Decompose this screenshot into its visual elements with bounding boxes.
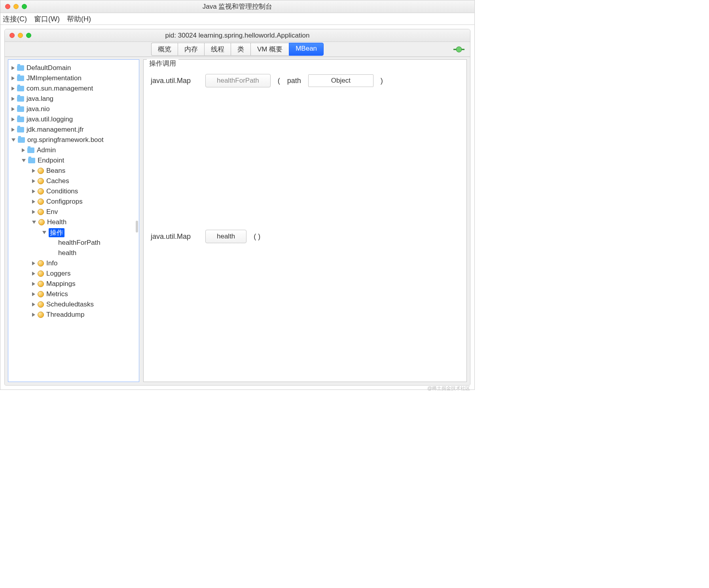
menu-window[interactable]: 窗口(W) xyxy=(34,14,60,24)
bean-icon xyxy=(38,188,44,195)
chevron-right-icon[interactable] xyxy=(32,169,35,173)
tree-row[interactable]: 操作 xyxy=(10,227,137,238)
tree-row[interactable]: java.util.logging xyxy=(10,114,137,125)
chevron-right-icon[interactable] xyxy=(11,66,15,70)
outer-window: Java 监视和管理控制台 连接(C) 窗口(W) 帮助(H) pid: 300… xyxy=(0,0,475,390)
svg-point-1 xyxy=(456,47,462,52)
tree-row[interactable]: Admin xyxy=(10,145,137,155)
operation-panel: 操作调用 java.util.Map healthForPath ( path … xyxy=(143,59,467,382)
tab-线程[interactable]: 线程 xyxy=(204,43,231,56)
chevron-right-icon[interactable] xyxy=(32,313,35,317)
chevron-right-icon[interactable] xyxy=(11,76,15,80)
chevron-right-icon[interactable] xyxy=(32,189,35,193)
tree-row[interactable]: Mappings xyxy=(10,279,137,289)
invoke-health-button[interactable]: health xyxy=(205,230,246,243)
tree-row[interactable]: com.sun.management xyxy=(10,83,137,94)
bean-icon xyxy=(38,291,44,297)
tree-label: Threaddump xyxy=(46,311,84,319)
tree-row[interactable]: org.springframework.boot xyxy=(10,135,137,145)
chevron-right-icon[interactable] xyxy=(32,210,35,214)
tree-label: health xyxy=(58,249,76,257)
tree-row[interactable]: Env xyxy=(10,207,137,217)
operation-healthForPath: java.util.Map healthForPath ( path ) xyxy=(151,74,459,87)
operation-panel-title: 操作调用 xyxy=(147,59,178,68)
chevron-right-icon[interactable] xyxy=(32,282,35,286)
tab-内存[interactable]: 内存 xyxy=(178,43,204,56)
chevron-down-icon[interactable] xyxy=(11,138,15,142)
chevron-right-icon[interactable] xyxy=(32,261,35,265)
chevron-right-icon[interactable] xyxy=(32,179,35,183)
operation-health: java.util.Map health ( ) xyxy=(151,230,459,243)
tree-row[interactable]: java.nio xyxy=(10,104,137,114)
tree-row[interactable]: jdk.management.jfr xyxy=(10,125,137,135)
tab-MBean[interactable]: MBean xyxy=(289,43,324,56)
chevron-down-icon[interactable] xyxy=(22,159,26,162)
minimize-icon[interactable] xyxy=(13,4,19,9)
param-path-input[interactable] xyxy=(308,74,373,87)
chevron-down-icon[interactable] xyxy=(32,221,36,224)
close-icon[interactable] xyxy=(5,4,10,9)
tree-row[interactable]: Endpoint xyxy=(10,155,137,166)
bean-icon xyxy=(38,219,45,225)
mbean-tree[interactable]: DefaultDomainJMImplementationcom.sun.man… xyxy=(8,59,139,382)
tree-row[interactable]: java.lang xyxy=(10,94,137,104)
bean-icon xyxy=(38,270,44,277)
tree-row[interactable]: health xyxy=(10,248,137,258)
tree-row[interactable]: JMImplementation xyxy=(10,73,137,83)
tree-label: healthForPath xyxy=(58,239,100,247)
chevron-right-icon[interactable] xyxy=(22,148,25,152)
folder-icon xyxy=(17,117,24,122)
outer-window-title: Java 监视和管理控制台 xyxy=(0,2,474,11)
connection-status-icon xyxy=(453,46,464,53)
bean-icon xyxy=(38,199,44,205)
chevron-right-icon[interactable] xyxy=(32,292,35,296)
spacer xyxy=(53,241,56,244)
tree-row[interactable]: Threaddump xyxy=(10,310,137,320)
chevron-right-icon[interactable] xyxy=(32,272,35,276)
tabbar: 概览内存线程类VM 概要MBean xyxy=(5,42,470,57)
connection-window: pid: 30024 learning.spring.helloworld.Ap… xyxy=(4,29,470,386)
tree-row[interactable]: Info xyxy=(10,258,137,268)
menu-connect[interactable]: 连接(C) xyxy=(3,14,27,24)
tree-row[interactable]: Metrics xyxy=(10,289,137,299)
minimize-icon[interactable] xyxy=(18,33,23,38)
menubar: 连接(C) 窗口(W) 帮助(H) xyxy=(0,13,474,25)
tree-row[interactable]: Health xyxy=(10,217,137,227)
tree-row[interactable]: Scheduledtasks xyxy=(10,299,137,310)
folder-icon xyxy=(17,127,24,132)
bean-icon xyxy=(38,209,44,215)
tree-row[interactable]: DefaultDomain xyxy=(10,63,137,73)
tree-row[interactable]: Loggers xyxy=(10,268,137,279)
chevron-right-icon[interactable] xyxy=(32,200,35,204)
inner-window-title: pid: 30024 learning.spring.helloworld.Ap… xyxy=(5,32,470,40)
tree-row[interactable]: Caches xyxy=(10,176,137,186)
folder-icon xyxy=(17,106,24,112)
menu-help[interactable]: 帮助(H) xyxy=(67,14,91,24)
chevron-right-icon[interactable] xyxy=(11,97,15,101)
invoke-healthForPath-button[interactable]: healthForPath xyxy=(205,74,271,87)
chevron-right-icon[interactable] xyxy=(32,303,35,306)
chevron-right-icon[interactable] xyxy=(11,87,15,91)
return-type: java.util.Map xyxy=(151,233,198,241)
chevron-down-icon[interactable] xyxy=(42,231,46,234)
tree-label: jdk.management.jfr xyxy=(27,126,84,134)
tree-label: 操作 xyxy=(49,228,64,237)
tree-row[interactable]: Beans xyxy=(10,166,137,176)
tree-label: java.lang xyxy=(27,95,53,103)
zoom-icon[interactable] xyxy=(26,33,31,38)
chevron-right-icon[interactable] xyxy=(11,128,15,132)
tree-label: java.nio xyxy=(27,105,50,113)
tab-VM 概要[interactable]: VM 概要 xyxy=(250,43,289,56)
tree-label: Health xyxy=(47,218,66,226)
zoom-icon[interactable] xyxy=(22,4,27,9)
chevron-right-icon[interactable] xyxy=(11,117,15,121)
tree-row[interactable]: Configprops xyxy=(10,197,137,207)
chevron-right-icon[interactable] xyxy=(11,107,15,111)
tree-label: com.sun.management xyxy=(27,85,93,93)
tree-row[interactable]: Conditions xyxy=(10,186,137,197)
tab-类[interactable]: 类 xyxy=(231,43,250,56)
close-icon[interactable] xyxy=(9,33,15,38)
tab-概览[interactable]: 概览 xyxy=(151,43,178,56)
tree-label: java.util.logging xyxy=(27,115,73,123)
tree-row[interactable]: healthForPath xyxy=(10,238,137,248)
